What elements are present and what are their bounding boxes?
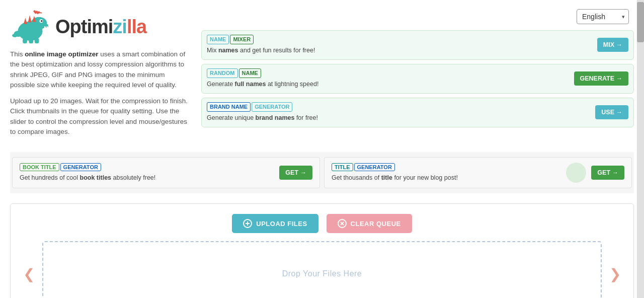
banner-ad-book-title-inner: BOOK TITLE GENERATOR Get hundreds of coo… [20,163,274,183]
banner-deco-circle [566,163,586,183]
ad-tag-name2: NAME [239,68,261,78]
right-ads-column: NAME MIXER Mix names and get fun results… [201,30,634,127]
ad-random-name-desc: Generate full names at lightning speed! [207,80,574,89]
svg-rect-10 [23,38,27,44]
ad-random-name: RANDOM NAME Generate full names at light… [201,64,634,94]
scrollbar[interactable] [637,0,644,298]
ad-brand-name-desc: Generate unique brand names for free! [207,114,595,123]
banner-ad-book-title: BOOK TITLE GENERATOR Get hundreds of coo… [12,157,320,188]
banner-ad-book-title-button[interactable]: GET → [279,166,312,180]
upload-files-button[interactable]: UPLOAD FILES [232,214,318,233]
logo-zi: zi [113,16,127,37]
upload-icon [243,219,252,228]
banner-ad-title-gen-button[interactable]: GET → [591,166,624,180]
ad-use-button[interactable]: USE → [595,105,628,119]
ad-mix-btn-label: MIX → [603,41,622,48]
svg-marker-7 [24,18,27,24]
nav-arrow-left[interactable]: ❮ [21,261,37,287]
drop-zone[interactable]: Drop Your Files Here [42,241,602,298]
clear-queue-label: CLEAR QUEUE [351,220,401,228]
ad-tag-brand: BRAND NAME [207,102,251,112]
ad-name-mixer-desc: Mix names and get fun results for free! [207,46,597,55]
banner-ad-title-gen-desc: Get thousands of title for your new blog… [332,174,562,183]
upload-buttons-row: UPLOAD FILES CLEAR QUEUE [21,214,623,233]
ad-tag-name: NAME [207,35,229,44]
banner-ad-title-generator: TITLE GENERATOR Get thousands of title f… [324,157,632,188]
upload-section: UPLOAD FILES CLEAR QUEUE ❮ Drop Your Fil… [10,203,634,298]
language-dropdown[interactable]: EnglishEspañolFrançaisDeutschPortuguês [577,9,629,24]
logo-wordmark: Optimizilla [55,16,146,38]
nav-arrow-right[interactable]: ❯ [607,261,623,287]
banner-tag-generator1: GENERATOR [60,163,101,171]
scrollbar-thumb[interactable] [637,2,644,42]
logo-dinosaur-icon [10,9,50,44]
banner-tag-generator2: GENERATOR [354,163,395,171]
logo-section: Optimizilla This online image optimizer … [10,5,191,143]
svg-point-4 [41,20,43,22]
ad-use-btn-label: USE → [601,109,622,116]
ad-brand-name: BRAND NAME GENERATOR Generate unique bra… [201,98,634,127]
banner-get-btn-label1: GET → [285,169,306,176]
banner-ad-title-gen-inner: TITLE GENERATOR Get thousands of title f… [332,163,562,183]
banner-get-btn-label2: GET → [597,169,618,176]
svg-point-14 [12,34,18,37]
description-paragraph1: This online image optimizer uses a smart… [10,49,191,90]
description-paragraph2: Upload up to 20 images. Wait for the com… [10,96,191,137]
svg-rect-6 [46,26,48,28]
ad-tag-random: RANDOM [207,68,238,78]
ad-name-mixer: NAME MIXER Mix names and get fun results… [201,30,634,60]
ad-random-name-text: RANDOM NAME Generate full names at light… [207,68,574,89]
svg-rect-12 [35,38,39,44]
svg-rect-5 [44,26,46,28]
drop-zone-text: Drop Your Files Here [282,269,362,278]
ad-mix-button[interactable]: MIX → [597,38,628,52]
ad-tag-generator: GENERATOR [252,102,292,112]
drop-zone-wrapper: ❮ Drop Your Files Here ❯ [21,241,623,298]
clear-queue-button[interactable]: CLEAR QUEUE [327,214,412,233]
language-selector[interactable]: EnglishEspañolFrançaisDeutschPortuguês ▾ [577,9,629,24]
ad-generate-btn-label: GENERATE → [580,75,623,82]
svg-marker-8 [28,15,32,22]
ad-tag-mixer: MIXER [230,35,254,44]
ad-brand-name-text: BRAND NAME GENERATOR Generate unique bra… [207,102,595,123]
ad-generate-button[interactable]: GENERATE → [574,71,629,86]
banner-ad-book-title-desc: Get hundreds of cool book titles absolut… [20,174,274,183]
svg-rect-11 [29,38,33,44]
bold-optimizer: online image optimizer [25,50,98,58]
banner-ads-row: BOOK TITLE GENERATOR Get hundreds of coo… [10,152,634,193]
logo-opti: Optimi [55,16,113,37]
banner-tag-title: TITLE [332,163,353,171]
clear-icon [338,219,347,228]
ad-name-mixer-text: NAME MIXER Mix names and get fun results… [207,35,597,55]
upload-files-label: UPLOAD FILES [256,220,307,228]
banner-tag-book-title: BOOK TITLE [20,163,59,171]
logo-lla: lla [127,16,146,37]
